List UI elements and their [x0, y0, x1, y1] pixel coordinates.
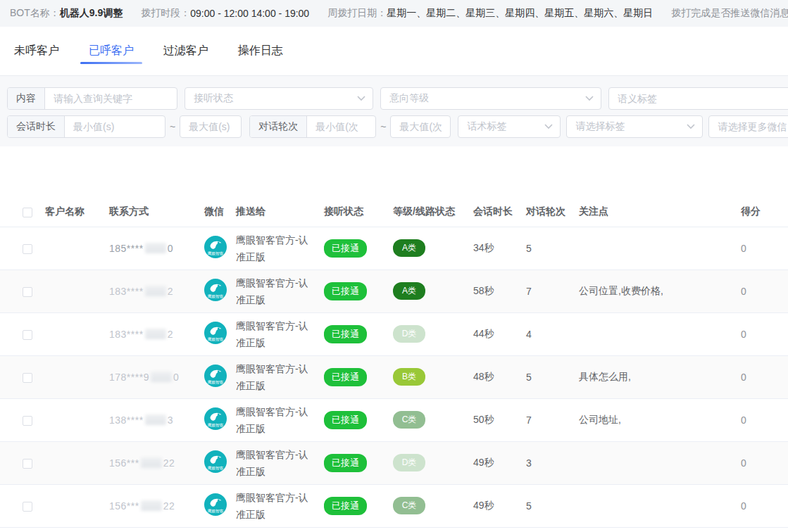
session-duration-label: 会话时长 — [8, 116, 65, 137]
grade-badge: B类 — [393, 368, 425, 386]
svg-text:鹰眼智客: 鹰眼智客 — [208, 251, 224, 256]
answer-status-badge: 已接通 — [324, 239, 367, 258]
row-checkbox[interactable] — [23, 459, 32, 469]
dialog-rounds-label: 对话轮次 — [250, 116, 307, 137]
semantic-tag-input[interactable] — [609, 88, 788, 109]
select-all-checkbox[interactable] — [23, 208, 32, 217]
tab-uncalled-customers[interactable]: 未呼客户 — [6, 39, 68, 70]
wechat-cell: 鹰眼智客 — [204, 441, 236, 484]
script-tag-select[interactable]: 话术标签 — [458, 115, 561, 138]
row-checkbox[interactable] — [23, 502, 32, 512]
customer-name-cell — [45, 355, 109, 398]
table-row: 156***22 鹰眼智客 鹰眼智客官方-认准正版 已接通 C类 49秒 5 0 — [0, 484, 788, 527]
grade-cell: A类 — [393, 227, 473, 270]
rounds-max-input[interactable] — [391, 116, 450, 137]
row-checkbox[interactable] — [23, 287, 32, 297]
grade-cell: B类 — [393, 355, 473, 398]
content-label: 内容 — [8, 88, 45, 109]
duration-cell: 50秒 — [473, 398, 526, 441]
wechat-avatar-icon: 鹰眼智客 — [204, 279, 227, 301]
grade-cell: C类 — [393, 398, 473, 441]
duration-cell: 34秒 — [473, 227, 526, 270]
grade-badge: A类 — [393, 282, 425, 300]
duration-max-group — [180, 115, 242, 138]
col-customer-name: 客户名称 — [45, 197, 109, 227]
tab-operation-log[interactable]: 操作日志 — [230, 39, 292, 70]
grade-badge: D类 — [393, 325, 425, 343]
customer-name-cell — [45, 441, 109, 484]
answer-status-cell: 已接通 — [324, 441, 393, 484]
dial-time-value: 09:00 - 12:00 14:00 - 19:00 — [190, 8, 309, 19]
grade-cell: D类 — [393, 441, 473, 484]
bot-info-bar: BOT名称： 机器人9.9调整 拨打时段： 09:00 - 12:00 14:0… — [0, 0, 788, 27]
content-search-input[interactable] — [45, 88, 177, 109]
tilde-separator: ~ — [170, 121, 175, 132]
grade-cell: C类 — [393, 484, 473, 527]
push-to-cell: 鹰眼智客官方-认准正版 — [236, 355, 324, 398]
phone-cell: 138****3 — [109, 398, 204, 441]
answer-status-badge: 已接通 — [324, 282, 367, 300]
rounds-min-input[interactable] — [307, 116, 375, 137]
blurred-digits — [141, 500, 162, 511]
table-row: 183****2 鹰眼智客 鹰眼智客官方-认准正版 已接通 A类 58秒 7 公… — [0, 270, 788, 312]
intent-level-placeholder: 意向等级 — [389, 92, 429, 105]
score-cell: 0 — [741, 398, 788, 441]
select-tag-placeholder: 请选择标签 — [575, 120, 625, 133]
dialog-rounds-group: 对话轮次 — [249, 115, 376, 138]
duration-min-input[interactable] — [65, 116, 165, 137]
rounds-cell: 7 — [526, 398, 579, 441]
push-to-cell: 鹰眼智客官方-认准正版 — [236, 270, 324, 312]
wechat-cell: 鹰眼智客 — [204, 227, 236, 270]
phone-cell: 156***22 — [109, 484, 204, 527]
svg-text:鹰眼智客: 鹰眼智客 — [208, 509, 224, 514]
wechat-avatar-icon: 鹰眼智客 — [204, 322, 227, 344]
blurred-digits — [145, 329, 166, 339]
wechat-cell: 鹰眼智客 — [204, 398, 236, 441]
more-wechat-group — [708, 115, 788, 138]
row-checkbox[interactable] — [23, 244, 32, 254]
col-grade-line-status: 等级/线路状态 — [393, 197, 473, 227]
tab-filtered-customers[interactable]: 过滤客户 — [155, 39, 217, 70]
wechat-avatar-icon: 鹰眼智客 — [204, 407, 227, 430]
listen-status-select[interactable]: 接听状态 — [185, 87, 373, 110]
score-cell: 0 — [741, 484, 788, 527]
script-tag-placeholder: 话术标签 — [467, 120, 506, 133]
more-wechat-input[interactable] — [709, 116, 788, 137]
dial-time-label: 拨打时段： — [141, 7, 190, 20]
customer-name-cell — [45, 484, 109, 527]
score-cell: 0 — [741, 441, 788, 484]
wechat-cell: 鹰眼智客 — [204, 484, 236, 527]
answer-status-badge: 已接通 — [324, 411, 367, 429]
answer-status-badge: 已接通 — [324, 497, 367, 515]
row-checkbox[interactable] — [23, 416, 32, 426]
rounds-cell: 7 — [526, 270, 579, 312]
table-row: 183****2 鹰眼智客 鹰眼智客官方-认准正版 已接通 D类 44秒 4 0 — [0, 312, 788, 355]
bot-name-value: 机器人9.9调整 — [60, 7, 123, 20]
answer-status-badge: 已接通 — [324, 454, 367, 472]
col-focus-points: 关注点 — [579, 197, 741, 227]
tab-called-customers[interactable]: 已呼客户 — [80, 39, 142, 70]
row-checkbox[interactable] — [23, 373, 32, 383]
blurred-digits — [145, 414, 166, 425]
wechat-cell: 鹰眼智客 — [204, 270, 236, 312]
wechat-avatar-icon: 鹰眼智客 — [204, 450, 227, 473]
duration-cell: 44秒 — [473, 312, 526, 355]
rounds-cell: 4 — [526, 312, 579, 355]
duration-max-input[interactable] — [180, 116, 241, 137]
col-dialog-rounds: 对话轮次 — [526, 197, 579, 227]
customer-name-cell — [45, 227, 109, 270]
customer-name-cell — [45, 270, 109, 312]
blurred-digits — [151, 372, 172, 382]
wechat-cell: 鹰眼智客 — [204, 312, 236, 355]
select-tag-select[interactable]: 请选择标签 — [566, 115, 703, 138]
focus-cell: 公司位置,收费价格, — [579, 270, 741, 312]
intent-level-select[interactable]: 意向等级 — [380, 87, 601, 110]
table-header-row: 客户名称 联系方式 微信 推送给 接听状态 等级/线路状态 会话时长 对话轮次 … — [0, 197, 788, 227]
blurred-digits — [145, 243, 166, 253]
rounds-cell: 5 — [526, 227, 579, 270]
col-wechat: 微信 — [204, 197, 236, 227]
customer-name-cell — [45, 398, 109, 441]
focus-cell — [579, 312, 741, 355]
row-checkbox[interactable] — [23, 330, 32, 340]
week-days-group: 周拨打日期： 星期一、星期二、星期三、星期四、星期五、星期六、星期日 — [327, 7, 653, 20]
